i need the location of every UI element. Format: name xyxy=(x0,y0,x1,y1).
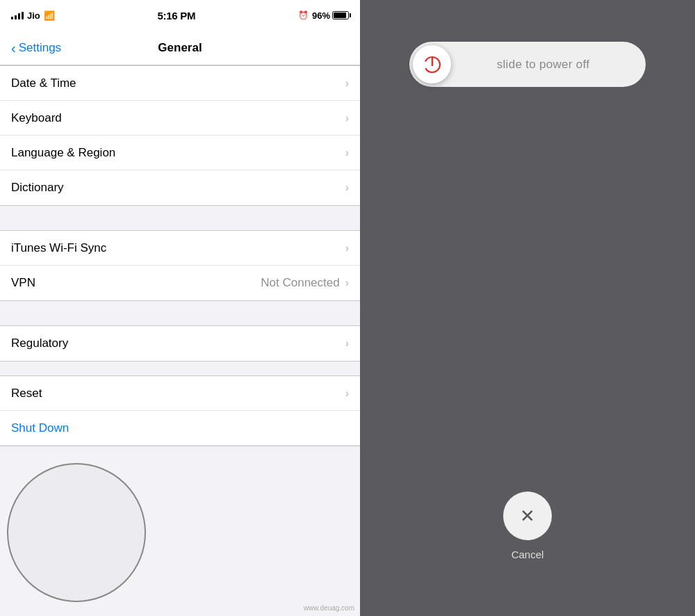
settings-list: Date & Time › Keyboard › Language & Regi… xyxy=(0,65,360,616)
list-item[interactable]: Reset › xyxy=(0,376,360,411)
chevron-icon: › xyxy=(345,181,349,194)
list-item[interactable]: Keyboard › xyxy=(0,101,360,136)
list-item[interactable]: Dictionary › xyxy=(0,170,360,205)
power-icon xyxy=(423,55,442,74)
section-divider xyxy=(0,301,360,325)
row-label-keyboard: Keyboard xyxy=(11,111,345,125)
list-item[interactable]: Regulatory › xyxy=(0,326,360,361)
row-label-regulatory: Regulatory xyxy=(11,337,345,350)
chevron-icon: › xyxy=(345,77,349,90)
row-label-itunes: iTunes Wi-Fi Sync xyxy=(11,241,345,255)
signal-bar-2 xyxy=(15,15,17,19)
cancel-label: Cancel xyxy=(512,549,544,560)
bottom-spacer xyxy=(0,446,360,474)
back-label: Settings xyxy=(19,41,61,55)
chevron-icon: › xyxy=(345,147,349,159)
cancel-container: ✕ Cancel xyxy=(503,492,552,560)
list-item[interactable]: Date & Time › xyxy=(0,66,360,101)
list-item[interactable]: iTunes Wi-Fi Sync › xyxy=(0,231,360,266)
cancel-button[interactable]: ✕ xyxy=(503,492,552,540)
row-label-reset: Reset xyxy=(11,387,345,400)
signal-bar-1 xyxy=(11,17,13,19)
signal-icon xyxy=(11,11,24,19)
settings-panel: Jio 📶 5:16 PM ⏰ 96% ‹ Settings General D… xyxy=(0,0,360,616)
chevron-icon: › xyxy=(345,387,349,400)
row-label-language: Language & Region xyxy=(11,146,345,160)
nav-bar: ‹ Settings General xyxy=(0,31,360,65)
time-label: 5:16 PM xyxy=(158,10,196,22)
battery-container: 96% xyxy=(312,10,349,21)
signal-bar-3 xyxy=(18,13,20,19)
status-left: Jio 📶 xyxy=(11,10,55,21)
power-screen: slide to power off ✕ Cancel xyxy=(360,0,695,616)
wifi-icon: 📶 xyxy=(44,10,55,21)
battery-pct: 96% xyxy=(312,10,330,21)
close-icon: ✕ xyxy=(520,505,535,527)
chevron-icon: › xyxy=(345,242,349,254)
section-divider xyxy=(0,206,360,230)
settings-group-1: Date & Time › Keyboard › Language & Regi… xyxy=(0,65,360,206)
battery-fill xyxy=(334,13,346,18)
settings-group-4: Reset › Shut Down xyxy=(0,375,360,446)
row-label-datetime: Date & Time xyxy=(11,76,345,90)
row-value-vpn: Not Connected xyxy=(261,276,339,290)
status-bar: Jio 📶 5:16 PM ⏰ 96% xyxy=(0,0,360,31)
settings-group-3: Regulatory › xyxy=(0,325,360,362)
status-right: ⏰ 96% xyxy=(298,10,349,21)
list-item[interactable]: VPN Not Connected › xyxy=(0,266,360,300)
power-slider[interactable]: slide to power off xyxy=(409,42,646,87)
section-divider xyxy=(0,362,360,375)
row-label-dictionary: Dictionary xyxy=(11,181,345,195)
shutdown-label: Shut Down xyxy=(11,421,69,435)
slider-thumb xyxy=(413,45,451,83)
chevron-icon: › xyxy=(345,277,349,289)
page-title: General xyxy=(158,41,202,55)
alarm-icon: ⏰ xyxy=(298,10,309,20)
chevron-icon: › xyxy=(345,112,349,124)
signal-bar-4 xyxy=(22,12,24,19)
settings-group-2: iTunes Wi-Fi Sync › VPN Not Connected › xyxy=(0,230,360,301)
back-chevron-icon: ‹ xyxy=(11,41,16,55)
chevron-icon: › xyxy=(345,337,349,350)
shutdown-button[interactable]: Shut Down xyxy=(0,411,360,446)
list-item[interactable]: Language & Region › xyxy=(0,136,360,170)
back-button[interactable]: ‹ Settings xyxy=(11,41,61,55)
row-label-vpn: VPN xyxy=(11,276,261,290)
slider-text: slide to power off xyxy=(451,58,642,72)
watermark: www.deuag.com xyxy=(304,604,354,612)
carrier-label: Jio xyxy=(27,10,40,21)
battery-icon xyxy=(332,11,349,19)
